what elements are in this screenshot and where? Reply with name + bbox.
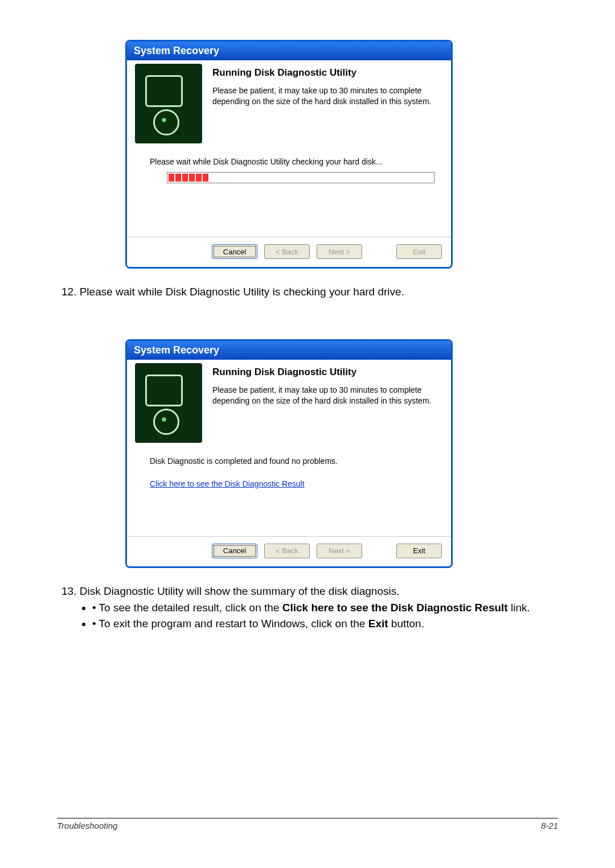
footer-page-number: 8-21 [541, 821, 558, 830]
next-button: Next > [317, 244, 362, 259]
progress-block [169, 174, 174, 182]
exit-button[interactable]: Exit [396, 544, 442, 558]
next-button: Next > [317, 544, 362, 558]
exit-button: Exit [396, 244, 442, 259]
progress-bar [167, 172, 434, 183]
diagnostic-result-link[interactable]: Click here to see the Disk Diagnostic Re… [150, 479, 305, 488]
dialog-heading: Running Disk Diagnostic Utility [212, 67, 441, 79]
dialog-heading: Running Disk Diagnostic Utility [212, 367, 441, 378]
progress-block [189, 174, 195, 182]
step-13-text: 13. Disk Diagnostic Utility will show th… [62, 584, 558, 599]
back-button: < Back [264, 544, 310, 558]
system-recovery-dialog-running: System Recovery Running Disk Diagnostic … [125, 40, 453, 269]
cancel-button[interactable]: Cancel [212, 244, 257, 259]
progress-block [182, 174, 188, 182]
dialog-title: System Recovery [127, 341, 451, 360]
hdd-diagnostic-icon [135, 363, 202, 443]
progress-block [203, 174, 208, 182]
back-button: < Back [264, 244, 310, 259]
system-recovery-dialog-complete: System Recovery Running Disk Diagnostic … [125, 339, 453, 568]
cancel-button[interactable]: Cancel [212, 544, 257, 558]
step-13-bullet-1: • To see the detailed result, click on t… [92, 600, 558, 615]
step-13-bullet-2: • To exit the program and restart to Win… [92, 616, 558, 631]
progress-block [196, 174, 202, 182]
step-12-text: 12. Please wait while Disk Diagnostic Ut… [62, 285, 558, 299]
footer-section: Troubleshooting [57, 821, 117, 830]
dialog-description: Please be patient, it may take up to 30 … [212, 385, 441, 406]
status-text: Disk Diagnostic is completed and found n… [150, 456, 428, 466]
status-text: Please wait while Disk Diagnostic Utilit… [150, 157, 428, 166]
dialog-title: System Recovery [127, 42, 451, 60]
dialog-description: Please be patient, it may take up to 30 … [212, 85, 441, 107]
hdd-diagnostic-icon [135, 64, 202, 143]
progress-block [175, 174, 181, 182]
